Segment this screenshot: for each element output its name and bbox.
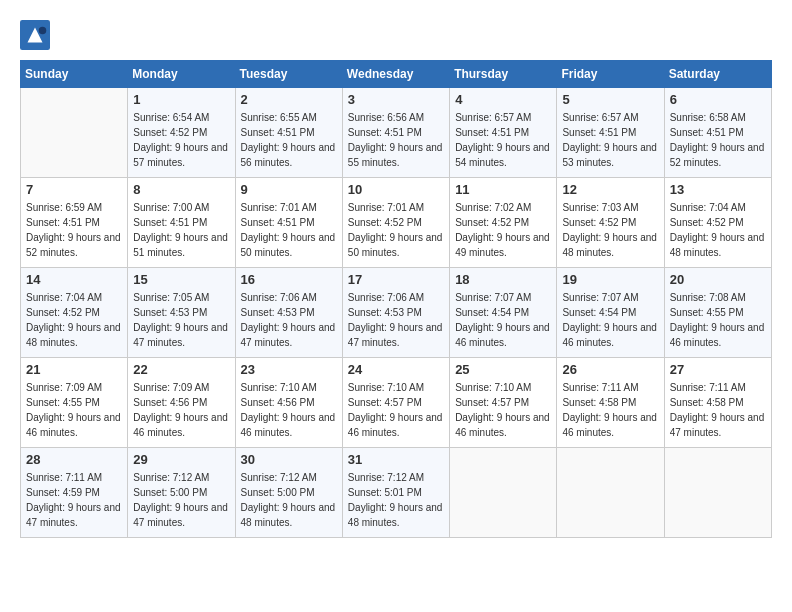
- day-number: 31: [348, 452, 444, 467]
- day-info: Sunrise: 7:06 AMSunset: 4:53 PMDaylight:…: [348, 290, 444, 350]
- logo-icon: [20, 20, 50, 50]
- day-info: Sunrise: 7:03 AMSunset: 4:52 PMDaylight:…: [562, 200, 658, 260]
- day-info: Sunrise: 7:06 AMSunset: 4:53 PMDaylight:…: [241, 290, 337, 350]
- day-number: 20: [670, 272, 766, 287]
- day-info: Sunrise: 7:07 AMSunset: 4:54 PMDaylight:…: [562, 290, 658, 350]
- day-info: Sunrise: 7:11 AMSunset: 4:58 PMDaylight:…: [562, 380, 658, 440]
- calendar-cell: 16Sunrise: 7:06 AMSunset: 4:53 PMDayligh…: [235, 268, 342, 358]
- calendar-cell: 9Sunrise: 7:01 AMSunset: 4:51 PMDaylight…: [235, 178, 342, 268]
- day-number: 5: [562, 92, 658, 107]
- header-friday: Friday: [557, 61, 664, 88]
- calendar-cell: 22Sunrise: 7:09 AMSunset: 4:56 PMDayligh…: [128, 358, 235, 448]
- calendar-week-5: 28Sunrise: 7:11 AMSunset: 4:59 PMDayligh…: [21, 448, 772, 538]
- calendar-week-2: 7Sunrise: 6:59 AMSunset: 4:51 PMDaylight…: [21, 178, 772, 268]
- calendar-cell: 23Sunrise: 7:10 AMSunset: 4:56 PMDayligh…: [235, 358, 342, 448]
- day-info: Sunrise: 6:58 AMSunset: 4:51 PMDaylight:…: [670, 110, 766, 170]
- day-info: Sunrise: 7:12 AMSunset: 5:00 PMDaylight:…: [241, 470, 337, 530]
- day-info: Sunrise: 7:04 AMSunset: 4:52 PMDaylight:…: [26, 290, 122, 350]
- day-info: Sunrise: 7:12 AMSunset: 5:01 PMDaylight:…: [348, 470, 444, 530]
- header-tuesday: Tuesday: [235, 61, 342, 88]
- calendar-cell: 21Sunrise: 7:09 AMSunset: 4:55 PMDayligh…: [21, 358, 128, 448]
- day-info: Sunrise: 6:54 AMSunset: 4:52 PMDaylight:…: [133, 110, 229, 170]
- calendar-header-row: SundayMondayTuesdayWednesdayThursdayFrid…: [21, 61, 772, 88]
- calendar-table: SundayMondayTuesdayWednesdayThursdayFrid…: [20, 60, 772, 538]
- day-number: 22: [133, 362, 229, 377]
- calendar-cell: 17Sunrise: 7:06 AMSunset: 4:53 PMDayligh…: [342, 268, 449, 358]
- calendar-cell: 31Sunrise: 7:12 AMSunset: 5:01 PMDayligh…: [342, 448, 449, 538]
- day-info: Sunrise: 7:11 AMSunset: 4:58 PMDaylight:…: [670, 380, 766, 440]
- day-number: 11: [455, 182, 551, 197]
- day-number: 3: [348, 92, 444, 107]
- calendar-cell: 24Sunrise: 7:10 AMSunset: 4:57 PMDayligh…: [342, 358, 449, 448]
- calendar-cell: 10Sunrise: 7:01 AMSunset: 4:52 PMDayligh…: [342, 178, 449, 268]
- day-info: Sunrise: 7:07 AMSunset: 4:54 PMDaylight:…: [455, 290, 551, 350]
- day-number: 30: [241, 452, 337, 467]
- calendar-cell: 20Sunrise: 7:08 AMSunset: 4:55 PMDayligh…: [664, 268, 771, 358]
- calendar-cell: [664, 448, 771, 538]
- calendar-cell: [450, 448, 557, 538]
- day-number: 27: [670, 362, 766, 377]
- day-number: 12: [562, 182, 658, 197]
- logo: [20, 20, 54, 50]
- day-number: 15: [133, 272, 229, 287]
- day-number: 26: [562, 362, 658, 377]
- calendar-week-1: 1Sunrise: 6:54 AMSunset: 4:52 PMDaylight…: [21, 88, 772, 178]
- day-number: 7: [26, 182, 122, 197]
- calendar-cell: 13Sunrise: 7:04 AMSunset: 4:52 PMDayligh…: [664, 178, 771, 268]
- day-number: 9: [241, 182, 337, 197]
- day-info: Sunrise: 6:57 AMSunset: 4:51 PMDaylight:…: [455, 110, 551, 170]
- calendar-cell: 15Sunrise: 7:05 AMSunset: 4:53 PMDayligh…: [128, 268, 235, 358]
- calendar-cell: 7Sunrise: 6:59 AMSunset: 4:51 PMDaylight…: [21, 178, 128, 268]
- header-sunday: Sunday: [21, 61, 128, 88]
- day-info: Sunrise: 7:05 AMSunset: 4:53 PMDaylight:…: [133, 290, 229, 350]
- calendar-cell: 25Sunrise: 7:10 AMSunset: 4:57 PMDayligh…: [450, 358, 557, 448]
- calendar-cell: 8Sunrise: 7:00 AMSunset: 4:51 PMDaylight…: [128, 178, 235, 268]
- day-info: Sunrise: 7:12 AMSunset: 5:00 PMDaylight:…: [133, 470, 229, 530]
- day-info: Sunrise: 6:55 AMSunset: 4:51 PMDaylight:…: [241, 110, 337, 170]
- calendar-cell: 27Sunrise: 7:11 AMSunset: 4:58 PMDayligh…: [664, 358, 771, 448]
- calendar-cell: 6Sunrise: 6:58 AMSunset: 4:51 PMDaylight…: [664, 88, 771, 178]
- day-info: Sunrise: 7:10 AMSunset: 4:57 PMDaylight:…: [455, 380, 551, 440]
- day-info: Sunrise: 6:59 AMSunset: 4:51 PMDaylight:…: [26, 200, 122, 260]
- day-info: Sunrise: 7:00 AMSunset: 4:51 PMDaylight:…: [133, 200, 229, 260]
- header-saturday: Saturday: [664, 61, 771, 88]
- day-number: 24: [348, 362, 444, 377]
- day-number: 14: [26, 272, 122, 287]
- calendar-cell: 4Sunrise: 6:57 AMSunset: 4:51 PMDaylight…: [450, 88, 557, 178]
- day-info: Sunrise: 7:04 AMSunset: 4:52 PMDaylight:…: [670, 200, 766, 260]
- calendar-cell: 29Sunrise: 7:12 AMSunset: 5:00 PMDayligh…: [128, 448, 235, 538]
- header-wednesday: Wednesday: [342, 61, 449, 88]
- header-monday: Monday: [128, 61, 235, 88]
- day-number: 10: [348, 182, 444, 197]
- calendar-cell: [557, 448, 664, 538]
- day-number: 25: [455, 362, 551, 377]
- calendar-cell: 3Sunrise: 6:56 AMSunset: 4:51 PMDaylight…: [342, 88, 449, 178]
- day-number: 4: [455, 92, 551, 107]
- calendar-cell: 19Sunrise: 7:07 AMSunset: 4:54 PMDayligh…: [557, 268, 664, 358]
- calendar-cell: 30Sunrise: 7:12 AMSunset: 5:00 PMDayligh…: [235, 448, 342, 538]
- day-number: 8: [133, 182, 229, 197]
- day-number: 18: [455, 272, 551, 287]
- day-number: 17: [348, 272, 444, 287]
- day-info: Sunrise: 7:10 AMSunset: 4:57 PMDaylight:…: [348, 380, 444, 440]
- day-info: Sunrise: 7:01 AMSunset: 4:51 PMDaylight:…: [241, 200, 337, 260]
- page-header: [20, 20, 772, 50]
- day-number: 1: [133, 92, 229, 107]
- calendar-week-3: 14Sunrise: 7:04 AMSunset: 4:52 PMDayligh…: [21, 268, 772, 358]
- day-info: Sunrise: 6:57 AMSunset: 4:51 PMDaylight:…: [562, 110, 658, 170]
- calendar-cell: 18Sunrise: 7:07 AMSunset: 4:54 PMDayligh…: [450, 268, 557, 358]
- day-info: Sunrise: 7:11 AMSunset: 4:59 PMDaylight:…: [26, 470, 122, 530]
- day-number: 28: [26, 452, 122, 467]
- day-number: 29: [133, 452, 229, 467]
- calendar-cell: 11Sunrise: 7:02 AMSunset: 4:52 PMDayligh…: [450, 178, 557, 268]
- calendar-cell: 14Sunrise: 7:04 AMSunset: 4:52 PMDayligh…: [21, 268, 128, 358]
- day-info: Sunrise: 7:09 AMSunset: 4:55 PMDaylight:…: [26, 380, 122, 440]
- header-thursday: Thursday: [450, 61, 557, 88]
- day-info: Sunrise: 7:08 AMSunset: 4:55 PMDaylight:…: [670, 290, 766, 350]
- calendar-week-4: 21Sunrise: 7:09 AMSunset: 4:55 PMDayligh…: [21, 358, 772, 448]
- day-number: 19: [562, 272, 658, 287]
- day-number: 2: [241, 92, 337, 107]
- day-info: Sunrise: 6:56 AMSunset: 4:51 PMDaylight:…: [348, 110, 444, 170]
- day-info: Sunrise: 7:09 AMSunset: 4:56 PMDaylight:…: [133, 380, 229, 440]
- calendar-cell: 1Sunrise: 6:54 AMSunset: 4:52 PMDaylight…: [128, 88, 235, 178]
